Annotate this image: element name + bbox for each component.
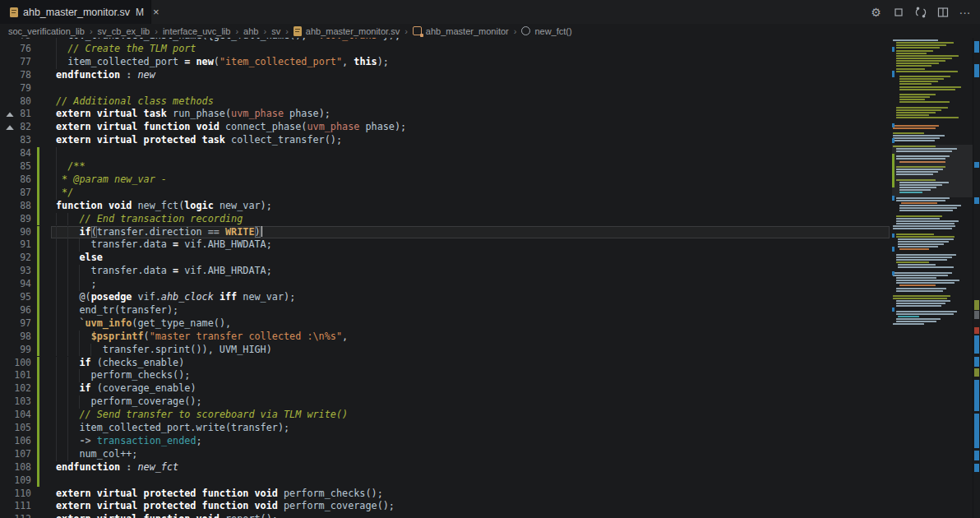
code-text[interactable]: @(posedge vif.ahb_clock iff new_var); [56, 291, 295, 304]
minimap-slider[interactable] [892, 145, 973, 197]
code-text[interactable]: // Create the TLM port [56, 43, 196, 56]
line-number[interactable]: 102 [0, 382, 31, 395]
code-line[interactable]: 110extern virtual protected function voi… [0, 488, 891, 501]
split-editor-icon[interactable] [936, 5, 950, 19]
line-number[interactable]: 93 [0, 265, 31, 278]
line-number[interactable]: 89 [0, 213, 31, 226]
code-text[interactable]: perform_checks(); [56, 369, 190, 382]
code-text[interactable]: transfer.data = vif.AHB_HWDATA; [56, 238, 272, 252]
code-text[interactable]: */ [56, 187, 73, 200]
code-line[interactable]: 82extern virtual function void connect_p… [0, 121, 891, 134]
line-number[interactable]: 108 [0, 461, 31, 474]
code-line[interactable]: 84 [0, 147, 891, 160]
line-number[interactable]: 101 [0, 369, 31, 382]
line-number[interactable]: 88 [0, 200, 31, 213]
code-line[interactable]: 85 /** [0, 160, 891, 173]
code-text[interactable]: if(transfer.direction == WRITE) [56, 226, 262, 239]
code-text[interactable]: else [56, 252, 103, 265]
code-line[interactable]: 93 transfer.data = vif.AHB_HRDATA; [0, 265, 891, 278]
line-number[interactable]: 92 [0, 252, 31, 265]
code-text[interactable]: endfunction : new [56, 69, 155, 82]
code-text[interactable]: endfunction : new_fct [56, 461, 178, 474]
code-line[interactable]: 88function void new_fct(logic new_var); [0, 200, 891, 213]
sync-changes-icon[interactable] [913, 5, 927, 19]
code-text[interactable]: `uvm_info(get_type_name(), [56, 317, 231, 331]
code-text[interactable]: if (coverage_enable) [56, 382, 196, 395]
breadcrumb-item[interactable]: sv [271, 26, 280, 36]
code-line[interactable]: 90 if(transfer.direction == WRITE) [0, 226, 891, 239]
line-number[interactable]: 94 [0, 278, 31, 291]
code-text[interactable]: // Additional class methods [56, 95, 214, 109]
code-text[interactable]: end_tr(transfer); [56, 304, 178, 317]
code-line[interactable]: 94 ; [0, 278, 891, 291]
code-line[interactable]: 99 transfer.sprint()), UVM_HIGH) [0, 344, 891, 357]
code-line[interactable]: 95 @(posedge vif.ahb_clock iff new_var); [0, 291, 891, 304]
line-number[interactable]: 83 [0, 134, 31, 147]
line-number[interactable]: 110 [0, 488, 31, 501]
line-number[interactable]: 99 [0, 344, 31, 357]
code-text[interactable]: extern virtual function void connect_pha… [56, 121, 406, 134]
more-actions-icon[interactable]: ··· [958, 5, 972, 19]
line-number[interactable]: 81 [0, 108, 31, 121]
code-line[interactable]: 79 [0, 82, 891, 95]
line-number[interactable]: 111 [0, 500, 31, 513]
code-line[interactable]: 89 // End transaction recording [0, 213, 891, 226]
code-line[interactable]: 80// Additional class methods [0, 95, 891, 109]
code-line[interactable]: 101 perform_checks(); [0, 369, 891, 382]
line-number[interactable]: 79 [0, 82, 31, 95]
line-number[interactable]: 84 [0, 147, 31, 160]
line-number[interactable]: 96 [0, 304, 31, 317]
code-line[interactable]: 76 // Create the TLM port [0, 43, 891, 56]
line-number[interactable]: 100 [0, 357, 31, 370]
code-text[interactable]: if (checks_enable) [56, 357, 184, 370]
line-number[interactable]: 85 [0, 160, 31, 173]
code-line[interactable]: 104 // Send transfer to scoreboard via T… [0, 409, 891, 422]
code-text[interactable]: function void new_fct(logic new_var); [56, 200, 272, 213]
code-line[interactable]: 81extern virtual task run_phase(uvm_phas… [0, 108, 891, 121]
code-line[interactable]: 87 */ [0, 187, 891, 200]
line-number[interactable]: 106 [0, 435, 31, 448]
code-line[interactable]: 103 perform_coverage(); [0, 395, 891, 409]
code-text[interactable]: // Send transfer to scoreboard via TLM w… [56, 409, 348, 422]
code-text[interactable]: // End transaction recording [56, 213, 243, 226]
code-text[interactable]: extern virtual protected function void p… [56, 488, 383, 501]
code-text[interactable]: num_col++; [56, 448, 137, 461]
line-number[interactable]: 112 [0, 513, 31, 518]
code-line[interactable]: 83extern virtual protected task collect_… [0, 134, 891, 147]
code-text[interactable]: extern virtual protected task collect_tr… [56, 134, 342, 147]
code-line[interactable]: 91 transfer.data = vif.AHB_HWDATA; [0, 238, 891, 252]
code-text[interactable]: extern virtual function void report(); [56, 513, 278, 518]
line-number[interactable]: 105 [0, 422, 31, 435]
breadcrumb-class[interactable]: ahb_master_monitor [426, 26, 509, 36]
code-line[interactable]: 111extern virtual protected function voi… [0, 500, 891, 513]
code-text[interactable]: /** [56, 160, 86, 173]
code-line[interactable]: 92 else [0, 252, 891, 265]
code-text[interactable]: -> transaction_ended; [56, 435, 202, 448]
code-text[interactable]: transfer.data = vif.AHB_HRDATA; [56, 265, 272, 278]
code-line[interactable]: 105 item_collected_port.write(transfer); [0, 422, 891, 435]
code-line[interactable]: 86 * @param new_var - [0, 173, 891, 187]
breadcrumb-item[interactable]: sv_cb_ex_lib [98, 26, 150, 36]
line-number[interactable]: 80 [0, 95, 31, 109]
stop-square-icon[interactable] [891, 5, 905, 19]
line-number[interactable]: 78 [0, 69, 31, 82]
breadcrumb-item[interactable]: soc_verification_lib [8, 26, 85, 36]
line-number[interactable]: 76 [0, 43, 31, 56]
code-line[interactable]: 102 if (coverage_enable) [0, 382, 891, 395]
code-text[interactable]: transfer.sprint()), UVM_HIGH) [56, 344, 272, 357]
line-number[interactable]: 82 [0, 121, 31, 134]
breadcrumb-item[interactable]: interface_uvc_lib [163, 26, 231, 36]
code-line[interactable]: 78endfunction : new [0, 69, 891, 82]
tab-ahb-master-monitor[interactable]: ahb_master_monitor.sv M × [0, 0, 151, 24]
line-number[interactable]: 104 [0, 409, 31, 422]
code-text[interactable]: perform_coverage(); [56, 395, 202, 409]
line-number[interactable]: 97 [0, 317, 31, 331]
breadcrumb-method[interactable]: new_fct() [534, 26, 571, 36]
code-text[interactable]: item_collected_port = new("item_collecte… [56, 56, 389, 69]
code-line[interactable]: 96 end_tr(transfer); [0, 304, 891, 317]
line-number[interactable]: 87 [0, 187, 31, 200]
code-text[interactable]: ; [56, 278, 97, 291]
line-number[interactable]: 95 [0, 291, 31, 304]
code-line[interactable]: 100 if (checks_enable) [0, 357, 891, 370]
code-text[interactable]: $psprintf("master transfer collected :\n… [56, 331, 348, 344]
